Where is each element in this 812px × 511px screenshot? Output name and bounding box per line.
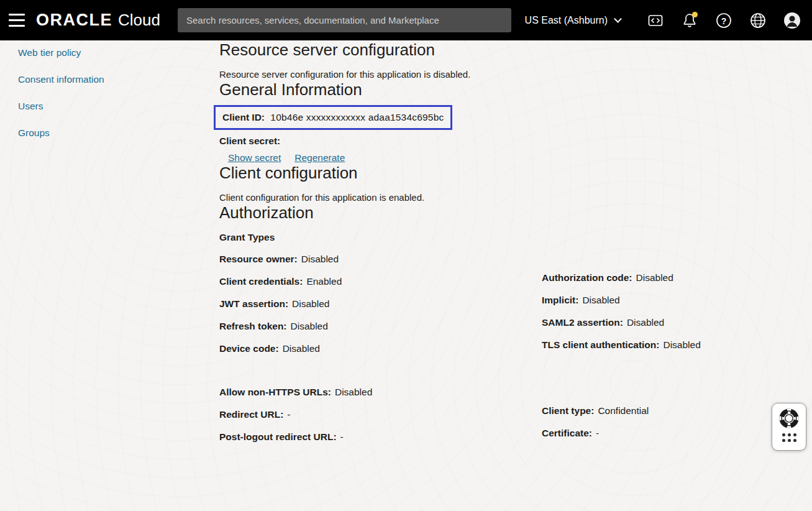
field-label: Resource owner: xyxy=(219,254,298,264)
general-information-heading: General Information xyxy=(219,80,766,99)
brand-oracle: ORACLE xyxy=(36,11,112,30)
field-value: Disabled xyxy=(283,343,320,354)
field-value: Enabled xyxy=(306,276,342,287)
field-value: Disabled xyxy=(335,387,372,397)
field-saml2-assertion: SAML2 assertion:Disabled xyxy=(542,311,766,334)
region-label: US East (Ashburn) xyxy=(525,15,608,26)
language-globe-icon[interactable] xyxy=(749,12,767,29)
sidebar-navigation: Web tier policy Consent information User… xyxy=(18,48,104,138)
field-post-logout-redirect-url: Post-logout redirect URL:- xyxy=(219,426,542,448)
hamburger-bar xyxy=(9,25,25,27)
authorization-heading: Authorization xyxy=(219,203,766,222)
field-allow-non-https-urls: Allow non-HTTPS URLs:Disabled xyxy=(219,381,542,403)
field-label: Client type: xyxy=(542,405,594,416)
field-label: Authorization code: xyxy=(542,272,632,283)
client-id-value: 10b46e xxxxxxxxxxxx adaa1534c695bc xyxy=(270,112,444,122)
hamburger-bar xyxy=(9,14,25,16)
field-value: - xyxy=(287,409,290,420)
notifications-bell-icon[interactable] xyxy=(681,12,698,29)
field-label: Redirect URL: xyxy=(219,409,283,420)
user-avatar-icon[interactable] xyxy=(783,12,801,29)
regenerate-link[interactable]: Regenerate xyxy=(294,152,345,163)
field-value: Disabled xyxy=(582,295,619,305)
field-value: Disabled xyxy=(636,272,673,283)
help-icon[interactable]: ? xyxy=(715,12,732,29)
notification-dot xyxy=(692,12,698,17)
field-authorization-code: Authorization code:Disabled xyxy=(542,267,766,289)
field-refresh-token: Refresh token:Disabled xyxy=(219,315,542,338)
client-secret-actions: Show secret Regenerate xyxy=(228,152,766,163)
resource-server-heading: Resource server configuration xyxy=(219,40,766,59)
top-navigation-bar: ORACLE Cloud US East (Ashburn) ? xyxy=(0,0,812,40)
client-id-highlight-box: Client ID: 10b46e xxxxxxxxxxxx adaa1534c… xyxy=(214,105,452,130)
grid-dot xyxy=(793,433,796,436)
hamburger-menu-icon[interactable] xyxy=(5,8,30,33)
grant-types-grid: Resource owner:Disabled Client credentia… xyxy=(219,248,766,360)
field-jwt-assertion: JWT assertion:Disabled xyxy=(219,293,542,315)
client-secret-label: Client secret: xyxy=(219,136,766,147)
grid-dot xyxy=(782,439,785,442)
developer-tools-icon[interactable] xyxy=(647,12,664,29)
field-value: - xyxy=(340,431,344,442)
show-secret-link[interactable]: Show secret xyxy=(228,152,281,163)
field-label: Certificate: xyxy=(542,428,592,438)
field-label: JWT assertion: xyxy=(219,298,288,309)
field-label: Refresh token: xyxy=(219,321,287,331)
client-configuration-description: Client configuration for this applicatio… xyxy=(219,192,766,203)
sidebar-item-users[interactable]: Users xyxy=(18,101,104,111)
chevron-down-icon xyxy=(614,15,622,23)
field-resource-owner: Resource owner:Disabled xyxy=(219,248,542,270)
field-label: TLS client authentication: xyxy=(542,339,659,350)
field-label: Client credentials: xyxy=(219,276,303,287)
field-value: Disabled xyxy=(663,339,700,350)
field-client-credentials: Client credentials:Enabled xyxy=(219,270,542,293)
help-glyph: ? xyxy=(721,16,727,26)
header-icons: ? xyxy=(647,12,801,29)
field-value: - xyxy=(596,428,599,438)
oracle-cloud-logo[interactable]: ORACLE Cloud xyxy=(36,11,160,30)
grid-dot xyxy=(793,439,796,442)
field-certificate: Certificate:- xyxy=(542,422,766,444)
field-value: Disabled xyxy=(292,298,329,309)
field-value: Disabled xyxy=(627,317,664,328)
grant-types-left-column: Resource owner:Disabled Client credentia… xyxy=(219,248,542,360)
field-implicit: Implicit:Disabled xyxy=(542,289,766,311)
search-input[interactable] xyxy=(178,8,511,32)
field-value: Disabled xyxy=(301,254,339,264)
field-value: Confidential xyxy=(598,405,649,416)
field-label: Implicit: xyxy=(542,295,578,305)
sidebar-item-consent-information[interactable]: Consent information xyxy=(18,75,104,85)
client-configuration-heading: Client configuration xyxy=(219,163,766,182)
life-ring-icon xyxy=(778,408,800,429)
hamburger-bar xyxy=(9,19,25,21)
field-label: SAML2 assertion: xyxy=(542,317,623,328)
field-client-type: Client type:Confidential xyxy=(542,400,766,422)
field-device-code: Device code:Disabled xyxy=(219,338,542,360)
field-label: Allow non-HTTPS URLs: xyxy=(219,387,331,397)
field-label: Post-logout redirect URL: xyxy=(219,431,337,442)
resource-server-description: Resource server configuration for this a… xyxy=(219,69,766,80)
sidebar-item-web-tier-policy[interactable]: Web tier policy xyxy=(18,48,104,58)
grid-dot xyxy=(788,433,791,436)
sidebar-item-groups[interactable]: Groups xyxy=(18,128,104,138)
grid-dot xyxy=(782,433,785,436)
assistance-widget-button[interactable] xyxy=(772,403,806,451)
client-id-label: Client ID: xyxy=(222,112,265,122)
field-label: Device code: xyxy=(219,343,279,354)
grant-types-right-column: Authorization code:Disabled Implicit:Dis… xyxy=(542,248,766,360)
field-tls-client-authentication: TLS client authentication:Disabled xyxy=(542,334,766,356)
main-content: Resource server configuration Resource s… xyxy=(219,40,766,448)
field-redirect-url: Redirect URL:- xyxy=(219,403,542,426)
url-settings-right-column: Client type:Confidential Certificate:- xyxy=(542,381,766,448)
url-settings-left-column: Allow non-HTTPS URLs:Disabled Redirect U… xyxy=(219,381,542,448)
field-value: Disabled xyxy=(291,321,328,331)
region-selector[interactable]: US East (Ashburn) xyxy=(525,15,621,26)
apps-grid-icon xyxy=(782,433,796,442)
grid-dot xyxy=(788,439,791,442)
url-settings-grid: Allow non-HTTPS URLs:Disabled Redirect U… xyxy=(219,381,766,448)
brand-cloud: Cloud xyxy=(118,11,160,30)
grant-types-label: Grant Types xyxy=(219,232,766,243)
